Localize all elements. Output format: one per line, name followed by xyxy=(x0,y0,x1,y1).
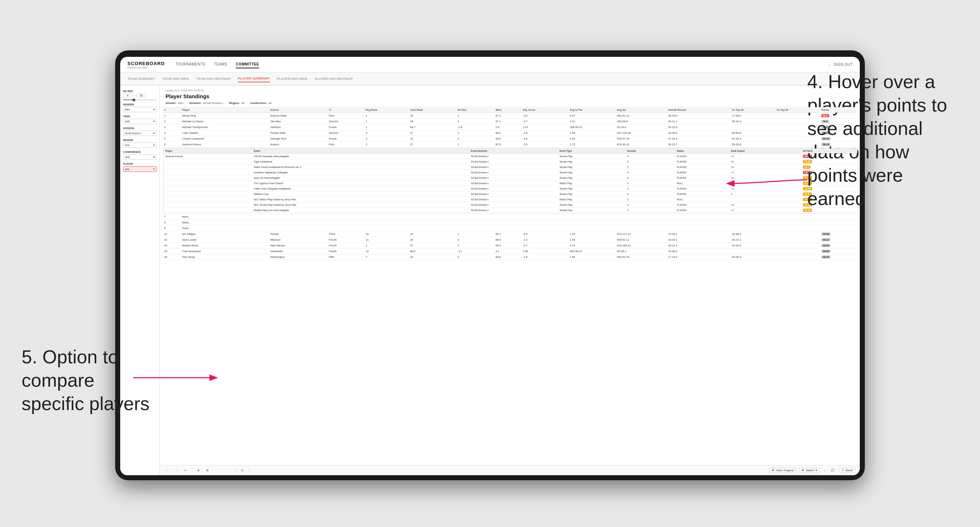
brand-sub: Powered by clippi xyxy=(127,66,165,69)
nav-teams[interactable]: TEAMS xyxy=(214,61,227,68)
col-rank: # xyxy=(163,107,181,113)
annotation-tr-body: Hover over a player's points to see addi… xyxy=(807,71,947,209)
no-rds-to[interactable] xyxy=(137,94,146,97)
region-select[interactable]: N/A ▾ xyxy=(123,143,157,148)
points-badge[interactable]: 40.27 xyxy=(821,238,830,241)
subnav: TEAM SUMMARY TEAM H2H GRID TEAM H2H HEAT… xyxy=(120,73,860,86)
toolbar-dot2[interactable]: · xyxy=(221,468,224,473)
comment-btn[interactable]: 💬 xyxy=(830,468,836,473)
player-value: (All) xyxy=(125,168,129,170)
filter-gender: Gender Men ▾ xyxy=(123,103,157,112)
table-row: 8 Matts... xyxy=(163,220,857,225)
popup-col: Status xyxy=(675,149,729,154)
year-select[interactable]: (All) ▾ xyxy=(123,119,157,124)
watch-icon: 👁 xyxy=(802,469,804,472)
popup-header: PlayerEventEvent DivisionEvent TypeRound… xyxy=(164,149,858,154)
main-content: No Rds. – xyxy=(120,86,860,475)
toolbar-reset[interactable]: ↩ xyxy=(183,468,188,473)
gender-select[interactable]: Men ▾ xyxy=(123,107,157,112)
points-badge[interactable]: 39.95 xyxy=(821,250,830,253)
subnav-player-h2h-heatmap[interactable]: PLAYER H2H HEATMAP xyxy=(315,76,353,82)
col-player: Player xyxy=(181,107,269,113)
no-rds-slider[interactable] xyxy=(123,99,157,100)
left-panel: No Rds. – xyxy=(120,86,160,475)
download-btn[interactable]: ↓ xyxy=(822,468,827,473)
popup-col: W Points xyxy=(802,149,858,154)
division-value: NCAA Division I xyxy=(125,132,142,135)
no-rds-from[interactable] xyxy=(123,94,132,97)
conference-value: (All) xyxy=(125,156,130,159)
player-select[interactable]: (All) ▾ xyxy=(123,166,157,172)
popup-col: Event Type xyxy=(558,149,626,154)
points-badge[interactable]: 38.49 xyxy=(821,256,830,259)
nav-items: TOURNAMENTS TEAMS COMMITTEE xyxy=(176,61,828,68)
toolbar-add[interactable]: ⊕ xyxy=(196,468,201,473)
nav-tournaments[interactable]: TOURNAMENTS xyxy=(176,61,205,68)
filter-region: Region N/A ▾ xyxy=(123,139,157,148)
popup-data-row: Mirabel Maui Jim Intercollegiate NCAA Di… xyxy=(164,208,858,213)
popup-col: Rounds xyxy=(625,149,675,154)
toolbar-grid[interactable]: ⊞ xyxy=(205,468,210,473)
division-label: Division xyxy=(123,127,157,130)
points-badge[interactable]: 40.02 xyxy=(821,244,830,247)
right-content: Update time: 27/01/2024 16:56:26 Player … xyxy=(160,86,860,475)
no-rds-label: No Rds. xyxy=(123,90,157,92)
table-row: 3 Michael Thorbjornsen Stanford Fourth 1… xyxy=(163,124,857,130)
sign-out-link[interactable]: Sign out xyxy=(834,61,853,68)
popup-col: Event Division xyxy=(470,149,558,154)
division-select[interactable]: NCAA Division I ▾ xyxy=(123,130,157,136)
filter-row: Gender: Men Division: NCAA Division I Re… xyxy=(165,102,854,105)
view-label: View: Original xyxy=(776,469,794,472)
region-value: N/A xyxy=(125,143,130,147)
table-row: 24 Bastien Amat New Mexico Fourth 1 27 2… xyxy=(163,243,857,249)
toolbar-back[interactable]: ← xyxy=(164,468,170,473)
toolbar-forward[interactable]: → xyxy=(173,468,179,473)
bottom-toolbar: ← → ↩ ⊕ ⊞ · · · ⊙ 👁 xyxy=(160,465,860,475)
conference-label: Conference xyxy=(123,151,157,153)
table-header-row: # Player School Yr Reg Rank Conf Rank No… xyxy=(163,107,857,113)
col-yr: Yr xyxy=(328,107,364,113)
table-row: 9 Prest... xyxy=(163,225,857,231)
col-avg-to-par: Avg to Par xyxy=(568,107,616,113)
region-chevron: ▾ xyxy=(153,143,155,147)
toolbar-right: 👁 View: Original 👁 Watch ▾ ↓ 💬 xyxy=(769,468,856,473)
conference-select[interactable]: (All) ▾ xyxy=(123,154,157,160)
col-conf-rank: Conf Rank xyxy=(409,107,457,113)
col-school: School xyxy=(269,107,328,113)
filter-conference: Conference (All) ▾ xyxy=(123,151,157,160)
player-label: Player xyxy=(123,163,157,165)
watch-btn[interactable]: 👁 Watch ▾ xyxy=(799,468,819,473)
table-row: 4 Luke Clanton Florida State Second 5 27… xyxy=(163,130,857,136)
popup-data-row: SEC Match Play hosted by Jerry Pate NCAA… xyxy=(164,197,858,202)
subnav-player-summary[interactable]: PLAYER SUMMARY xyxy=(238,75,270,83)
filter-year: Year (All) ▾ xyxy=(123,115,157,124)
toolbar-clock[interactable]: ⊙ xyxy=(240,468,245,473)
table-row: 23 Jack Lundin Missouri Fourth 11 24 0 8… xyxy=(163,237,857,243)
tablet-screen: SCOREBOARD Powered by clippi TOURNAMENTS… xyxy=(120,57,860,475)
subnav-team-h2h-heatmap[interactable]: TEAM H2H HEATMAP xyxy=(196,76,231,82)
year-chevron: ▾ xyxy=(153,120,155,123)
popup-data-row: Tiger Invitational NCAA Division I Strok… xyxy=(164,159,858,164)
toolbar-dot3[interactable]: · xyxy=(228,468,232,473)
annotation-top-right: 4. Hover over a player's points to see a… xyxy=(807,70,958,210)
conference-chevron: ▾ xyxy=(153,156,155,159)
popup-col: Rank Impact xyxy=(730,149,802,154)
page-title: Player Standings xyxy=(165,93,854,99)
points-badge[interactable]: 40.68 xyxy=(821,232,830,236)
table-row: 7 Nichi... xyxy=(163,214,857,220)
view-original-btn[interactable]: 👁 View: Original xyxy=(769,468,796,473)
filter-no-rds: No Rds. – xyxy=(123,90,157,100)
subnav-team-h2h-grid[interactable]: TEAM H2H GRID xyxy=(162,76,189,82)
toolbar-dot1[interactable]: · xyxy=(214,468,217,473)
col-vs25: Vs Top 25 xyxy=(730,107,775,113)
table-row: 22 Ian Gilligan Florida Third 10 24 1 68… xyxy=(163,231,857,237)
col-no-rds: No Rds. xyxy=(456,107,494,113)
subnav-team-summary[interactable]: TEAM SUMMARY xyxy=(127,76,155,82)
share-btn[interactable]: ↗ Share xyxy=(839,468,856,473)
tablet-device: SCOREBOARD Powered by clippi TOURNAMENTS… xyxy=(115,50,865,480)
table-row: 1 Wenyi Ding Arizona State First 1 15 1 … xyxy=(163,113,857,119)
subnav-player-h2h-grid[interactable]: PLAYER H2H GRID xyxy=(277,76,308,82)
nav-committee[interactable]: COMMITTEE xyxy=(236,61,259,68)
share-label: Share xyxy=(845,469,853,472)
popup-data-row: SEC Stroke Play hosted by Jerry Pate NCA… xyxy=(164,202,858,208)
